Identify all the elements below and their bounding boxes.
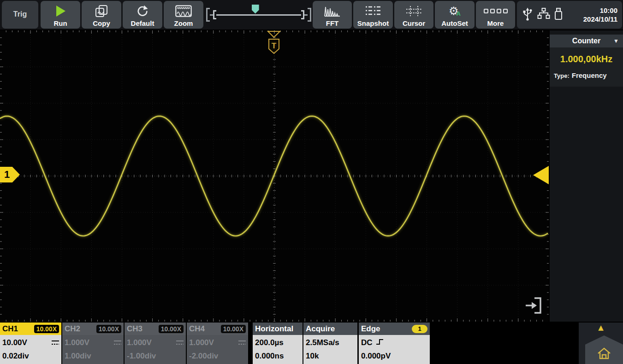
- counter-panel: Counter ▼ 1.000,00kHz Type: Frequency: [550, 35, 623, 87]
- channel1-offset: 0.02div: [2, 352, 29, 360]
- slider-outer-right-bracket: [308, 8, 311, 22]
- copy-button[interactable]: Copy: [82, 1, 121, 29]
- waveform-zoom-icon: [175, 2, 192, 19]
- trigger-source-badge: 1: [412, 325, 427, 333]
- dc-coupling-icon: [114, 341, 121, 345]
- channel1-volts: 10.00V: [2, 339, 27, 347]
- autoset-a-badge: A: [457, 10, 461, 17]
- oscilloscope-screen: Trig Run Copy: [0, 0, 623, 364]
- gear-icon: ⚙A: [449, 2, 461, 19]
- cursor-label: Cursor: [403, 19, 425, 27]
- zoom-button[interactable]: Zoom: [164, 1, 203, 29]
- horizontal-position-slider[interactable]: [206, 1, 311, 29]
- graticule-svg: [0, 30, 549, 322]
- acquire-box[interactable]: Acquire 2.5MSa/s 10k: [303, 323, 357, 364]
- slider-inner-right-bracket: [301, 10, 304, 19]
- usb-icon: [522, 7, 534, 23]
- nav-corner: ▲: [579, 323, 623, 364]
- trigger-position-marker[interactable]: T: [264, 30, 284, 56]
- counter-type-value: Frequency: [572, 71, 607, 79]
- record-length-value: 10k: [306, 352, 319, 360]
- dc-coupling-icon: [52, 341, 59, 345]
- trig-button[interactable]: Trig: [2, 1, 38, 29]
- trigger-coupling: DC: [361, 339, 373, 347]
- trig-label: Trig: [13, 10, 27, 18]
- top-toolbar: Trig Run Copy: [0, 0, 623, 29]
- usb-drive-icon: [554, 7, 563, 23]
- snapshot-label: Snapshot: [357, 19, 389, 27]
- channel2-volts: 1.000V: [65, 339, 89, 347]
- lan-icon: [537, 7, 551, 22]
- waveform-display: T 1: [0, 30, 549, 322]
- channel2-offset: 1.00div: [65, 352, 91, 360]
- counter-title: Counter: [572, 37, 600, 45]
- grid-squares-icon: [484, 2, 508, 19]
- channel4-volts: 1.000V: [189, 339, 214, 347]
- channel3-offset: -1.00div: [127, 352, 156, 360]
- trigger-marker-label: T: [272, 41, 277, 50]
- chevron-down-icon[interactable]: ▼: [613, 38, 619, 44]
- snapshot-button[interactable]: Snapshot: [353, 1, 393, 29]
- slider-track[interactable]: [216, 14, 301, 16]
- channel3-name: CH3: [127, 324, 142, 334]
- dc-coupling-icon: [238, 341, 246, 345]
- hpos-marker[interactable]: [252, 5, 259, 14]
- autoset-button[interactable]: ⚙A AutoSet: [435, 1, 475, 29]
- channel1-box[interactable]: CH1 10.00X 10.00V 0.02div: [0, 323, 61, 364]
- trigger-edge-box[interactable]: Edge 1 DC 0.000pV: [359, 323, 430, 364]
- channel1-marker-label: 1: [4, 169, 10, 181]
- fft-button[interactable]: FFT: [313, 1, 352, 29]
- clock-date: 2024/10/11: [583, 15, 617, 23]
- home-icon: [597, 346, 611, 362]
- channel3-box[interactable]: CH3 10.00X 1.000V -1.00div: [125, 323, 186, 364]
- run-button[interactable]: Run: [41, 1, 80, 29]
- more-label: More: [487, 19, 504, 27]
- acquire-title: Acquire: [306, 324, 335, 334]
- horizontal-box[interactable]: Horizontal 200.0µs 0.000ns: [253, 323, 303, 364]
- list-icon: [365, 2, 381, 19]
- channel1-name: CH1: [2, 324, 18, 334]
- default-button[interactable]: Default: [123, 1, 162, 29]
- zoom-label: Zoom: [174, 19, 193, 27]
- counter-type-label: Type:: [554, 72, 570, 79]
- fft-label: FFT: [326, 19, 339, 27]
- collapse-up-icon[interactable]: ▲: [579, 324, 623, 331]
- cursor-button[interactable]: Cursor: [394, 1, 433, 29]
- sample-rate-value: 2.5MSa/s: [306, 339, 339, 347]
- timebase-value: 200.0µs: [255, 339, 284, 347]
- channel4-probe-badge: 10.00X: [221, 325, 246, 333]
- channel3-probe-badge: 10.00X: [159, 325, 184, 333]
- slider-dash-left: [210, 14, 213, 16]
- status-tile[interactable]: 10:00 2024/10/11: [517, 1, 622, 29]
- slider-outer-left-bracket: [206, 8, 210, 22]
- run-label: Run: [53, 19, 67, 27]
- expand-menu-icon[interactable]: [523, 296, 543, 315]
- channel1-probe-badge: 10.00X: [34, 325, 59, 333]
- trigger-level-value: 0.000pV: [361, 352, 391, 360]
- channel4-name: CH4: [189, 324, 205, 334]
- dc-coupling-icon: [176, 341, 184, 345]
- horizontal-title: Horizontal: [255, 324, 293, 334]
- channel2-name: CH2: [65, 324, 80, 334]
- slider-dash-right: [304, 14, 308, 16]
- more-button[interactable]: More: [476, 1, 515, 29]
- channel3-volts: 1.000V: [127, 339, 152, 347]
- rising-edge-icon: [376, 338, 384, 347]
- cursor-crosshair-icon: [406, 2, 422, 19]
- slider-inner-left-bracket: [213, 10, 216, 19]
- channel2-box[interactable]: CH2 10.00X 1.000V 1.00div: [62, 323, 124, 364]
- counter-value: 1.000,00kHz: [550, 54, 623, 65]
- channel4-box[interactable]: CH4 10.00X 1.000V -2.00div: [187, 323, 248, 364]
- copy-label: Copy: [93, 19, 110, 27]
- channel2-probe-badge: 10.00X: [96, 325, 121, 333]
- right-sidebar: Counter ▼ 1.000,00kHz Type: Frequency: [550, 30, 623, 322]
- copy-icon: [95, 2, 108, 19]
- edge-title: Edge: [361, 324, 380, 334]
- counter-header[interactable]: Counter ▼: [550, 35, 623, 47]
- reset-arrow-icon: [136, 2, 149, 19]
- spectrum-icon: [324, 2, 341, 19]
- horizontal-delay-value: 0.000ns: [255, 352, 284, 360]
- channel4-offset: -2.00div: [189, 352, 218, 360]
- trigger-level-arrow[interactable]: [533, 166, 549, 184]
- home-tab[interactable]: [585, 335, 623, 364]
